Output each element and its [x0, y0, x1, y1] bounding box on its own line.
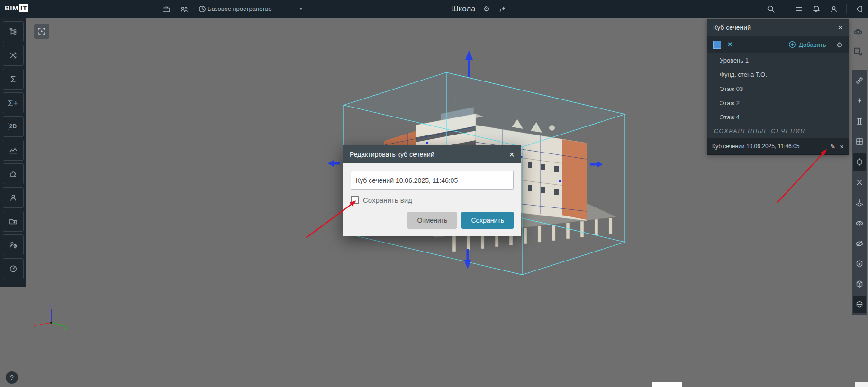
sigma-icon: Σ: [10, 75, 16, 84]
level-row[interactable]: Уровень 1: [707, 53, 849, 67]
structure-tree-button[interactable]: [3, 21, 24, 42]
dialog-close-icon[interactable]: ×: [509, 150, 515, 159]
focus-target-button[interactable]: [853, 153, 866, 171]
dashboards-button[interactable]: [3, 258, 24, 279]
saved-section-label[interactable]: Куб сечений 10.06.2025, 11:46:05: [712, 143, 826, 150]
shared-folder-button[interactable]: [3, 211, 24, 232]
edit-pencil-icon[interactable]: ✎: [830, 143, 835, 150]
plus-circle-icon: [788, 41, 796, 48]
topbar-divider: [846, 4, 847, 14]
save-view-row: Сохранить вид: [351, 196, 514, 204]
hide-elements-button[interactable]: [853, 235, 866, 252]
bimit-logo[interactable]: BIM IT: [5, 4, 28, 12]
cancel-button[interactable]: Отменить: [407, 212, 457, 229]
gauge-icon: [9, 264, 18, 273]
columns-button[interactable]: [853, 113, 866, 130]
collisions-button[interactable]: [3, 45, 24, 66]
column-icon: [855, 117, 864, 126]
save-button[interactable]: Сохранить: [461, 212, 514, 229]
chevron-down-icon: ▾: [299, 6, 302, 12]
cube-icon: [855, 279, 864, 289]
project-title-group: Школа ⚙: [451, 0, 508, 18]
line-chart-icon: [9, 145, 18, 155]
plugins-button[interactable]: [3, 163, 24, 184]
add-section-button[interactable]: Добавить: [788, 41, 826, 48]
clip-x-icon: [855, 178, 864, 187]
focus-frame-icon: [37, 27, 46, 36]
team-icon[interactable]: [179, 4, 190, 14]
ruler-icon: [855, 76, 864, 85]
share-arrow-icon[interactable]: [497, 4, 508, 14]
crossing-arrows-icon: [9, 51, 18, 60]
lightning-icon: [855, 96, 864, 106]
view-tools-strip: [852, 70, 867, 315]
workspace-selector[interactable]: Базовое пространство ▾: [208, 0, 302, 18]
notifications-bell-icon[interactable]: [811, 4, 822, 14]
levels-list: Уровень 1 Фунд. стена Т.О. Этаж 03 Этаж …: [707, 53, 849, 124]
focus-model-button[interactable]: [34, 24, 49, 39]
edit-section-cube-dialog: Редактировать куб сечений × Сохранить ви…: [343, 145, 521, 236]
grid-button[interactable]: [853, 133, 866, 150]
panel-header: Куб сечений ×: [707, 19, 849, 36]
user-icon: [9, 193, 18, 202]
panel-settings-gear-icon[interactable]: ⚙: [837, 41, 843, 48]
axis-y-label: y: [64, 324, 67, 330]
box-select-button[interactable]: [850, 44, 866, 60]
left-toolbar: Σ Σ+ 2D: [0, 18, 26, 287]
dialog-body: Сохранить вид Отменить Сохранить: [343, 163, 521, 236]
saved-section-row[interactable]: Куб сечений 10.06.2025, 11:46:05 ✎ ×: [707, 138, 849, 154]
level-row[interactable]: Этаж 2: [707, 96, 849, 110]
menu-list-icon[interactable]: [794, 4, 804, 14]
section-plane-button[interactable]: [853, 194, 866, 211]
charts-button[interactable]: [3, 140, 24, 161]
top-bar: BIM IT Базовое пространство ▾ Школа ⚙: [0, 0, 868, 18]
section-cube-panel: Куб сечений × × Добавить ⚙ Уровень 1 Фун…: [707, 19, 849, 155]
measure-button[interactable]: [853, 72, 866, 89]
section-cube-icon: [855, 300, 864, 309]
level-row[interactable]: Этаж 4: [707, 110, 849, 124]
cube-x-icon: [855, 259, 864, 269]
dialog-buttons: Отменить Сохранить: [351, 212, 514, 229]
axis-x-label: x: [34, 323, 36, 328]
eye-icon: [855, 218, 864, 228]
section-name-input[interactable]: [351, 171, 514, 190]
add-section-label: Добавить: [799, 41, 826, 48]
clear-selection-icon[interactable]: ×: [728, 41, 732, 48]
screen-artifact: [855, 382, 868, 387]
projects-briefcase-icon[interactable]: [161, 4, 172, 14]
level-row[interactable]: Фунд. стена Т.О.: [707, 67, 849, 81]
panel-close-icon[interactable]: ×: [838, 23, 843, 32]
orbit-view-button[interactable]: [850, 24, 866, 40]
history-clock-icon[interactable]: [197, 4, 208, 14]
cube-view-button[interactable]: [853, 276, 866, 293]
users-button[interactable]: [3, 187, 24, 208]
drawings-2d-button[interactable]: 2D: [3, 116, 24, 137]
user-location-button[interactable]: [3, 234, 24, 255]
save-view-checkbox[interactable]: [351, 196, 359, 204]
logout-icon[interactable]: [854, 4, 864, 14]
dialog-title: Редактировать куб сечений: [350, 151, 434, 158]
sigma-plus-icon: Σ+: [8, 99, 18, 108]
search-icon[interactable]: [766, 4, 776, 14]
specifications-button[interactable]: Σ: [3, 69, 24, 90]
eye-off-icon: [855, 239, 864, 248]
specifications-plus-button[interactable]: Σ+: [3, 92, 24, 113]
screen-artifact: [652, 382, 682, 387]
orbit-icon: [853, 27, 863, 37]
clear-clip-button[interactable]: [853, 174, 866, 191]
quick-action-button[interactable]: [853, 92, 866, 109]
project-settings-gear-icon[interactable]: ⚙: [483, 5, 490, 13]
dialog-header: Редактировать куб сечений ×: [343, 145, 521, 163]
cube-fill-icon[interactable]: [713, 41, 721, 49]
profile-icon[interactable]: [829, 4, 839, 14]
show-elements-button[interactable]: [853, 215, 866, 232]
axis-gizmo: x y z: [34, 303, 67, 330]
remove-cube-button[interactable]: [853, 255, 866, 272]
section-cube-button[interactable]: [853, 296, 866, 313]
save-view-label: Сохранить вид: [363, 196, 412, 204]
saved-sections-header: СОХРАНЕННЫЕ СЕЧЕНИЯ: [707, 124, 849, 138]
shared-folder-icon: [9, 216, 18, 226]
level-row[interactable]: Этаж 03: [707, 81, 849, 96]
delete-section-icon[interactable]: ×: [840, 143, 844, 150]
help-button[interactable]: ?: [6, 371, 18, 384]
